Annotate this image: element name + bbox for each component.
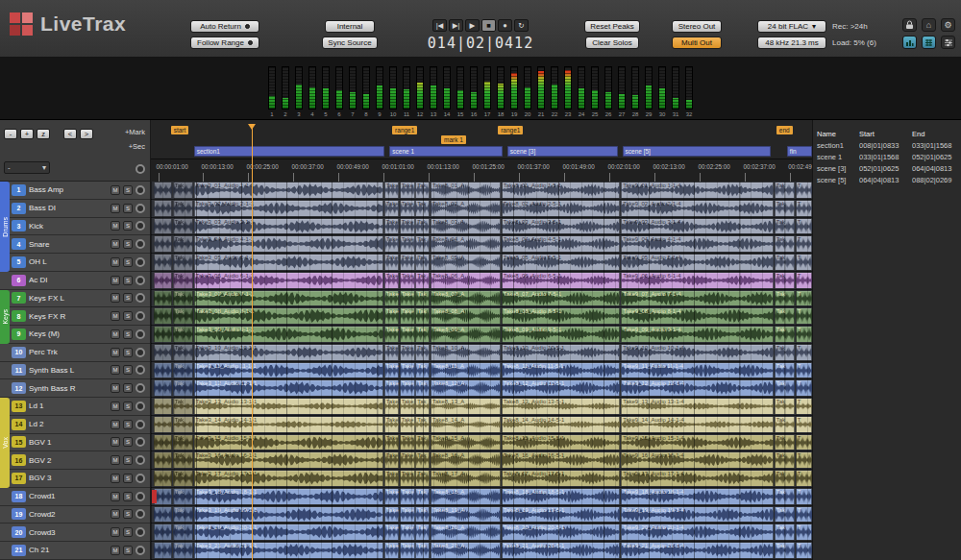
record-arm-button[interactable] (136, 383, 145, 393)
timeline-marker[interactable]: start (171, 126, 189, 134)
audio-region[interactable]: Take3 (384, 399, 399, 414)
audio-region[interactable]: Tak (173, 201, 193, 216)
audio-region[interactable]: Take8_04_A (431, 236, 501, 252)
global-record-indicator[interactable] (136, 164, 145, 174)
mute-button[interactable]: M (111, 239, 120, 249)
sync-source-button[interactable]: Sync Source (322, 37, 378, 49)
audio-region[interactable]: Tak (415, 489, 430, 504)
track-row[interactable]: 1Bass AmpMS (0, 182, 150, 200)
audio-region[interactable]: Take3_13_Audio 13-1-1 (194, 399, 383, 414)
play-icon[interactable]: ▶ (465, 19, 480, 32)
marker-name[interactable]: scene [3] (817, 164, 859, 173)
audio-region[interactable]: Take3 (384, 327, 399, 342)
solo-button[interactable]: S (123, 527, 133, 537)
section-bar[interactable]: fin (787, 146, 812, 157)
track-lane[interactable]: TakTake3_03_Audio 3-1-1Take3TakeTakTake8… (151, 218, 812, 236)
audio-region[interactable]: Tak (775, 452, 795, 468)
audio-region[interactable]: Tak (415, 524, 430, 540)
audio-region[interactable]: Take (400, 201, 415, 216)
audio-region[interactable] (154, 543, 172, 558)
audio-region[interactable]: Take3 (384, 471, 399, 486)
audio-region[interactable]: Tak (415, 507, 430, 523)
loop-icon[interactable]: ↻ (514, 19, 529, 32)
home-icon[interactable]: ⌂ (922, 18, 936, 32)
record-arm-button[interactable] (136, 509, 145, 519)
track-row[interactable]: 20Crowd3MS (0, 523, 150, 542)
audio-region[interactable]: Tak (415, 308, 430, 324)
audio-region[interactable] (154, 201, 172, 216)
mute-button[interactable]: M (111, 185, 120, 195)
audio-region[interactable]: Take (400, 435, 415, 450)
section-bar[interactable]: scene 1 (389, 146, 503, 157)
audio-region[interactable]: Take (400, 452, 415, 468)
audio-region[interactable]: Tak (173, 435, 193, 450)
audio-region[interactable]: Tak (173, 524, 193, 540)
record-arm-button[interactable] (136, 329, 145, 339)
audio-region[interactable]: Tak (775, 183, 795, 198)
audio-region[interactable]: T (796, 308, 812, 324)
solo-button[interactable]: S (123, 492, 133, 501)
track-filter-select[interactable]: - ▾ (4, 161, 50, 174)
audio-region[interactable]: Take3_05_Audio 5-1-1 (194, 255, 383, 270)
audio-region[interactable]: Tak (775, 345, 795, 360)
audio-region[interactable] (154, 435, 172, 450)
audio-region[interactable]: Tak (173, 255, 193, 270)
audio-region[interactable]: Tak (415, 183, 430, 198)
track-lane[interactable]: TakTake3_21_Audio 21-1-1Take3TakeTakTake… (151, 542, 812, 560)
mute-button[interactable]: M (111, 348, 120, 357)
audio-region[interactable]: Tak (775, 380, 795, 396)
record-arm-button[interactable] (136, 420, 145, 429)
time-ruler[interactable]: 00:00:01:0000:00:13:0000:00:25:0000:00:3… (151, 158, 812, 182)
audio-region[interactable]: Take8_16_Audio 16-5-1 (502, 452, 621, 468)
solo-button[interactable]: S (123, 221, 133, 231)
audio-region[interactable] (154, 273, 172, 288)
solo-button[interactable]: S (123, 509, 133, 519)
audio-region[interactable]: Take8_18_A (431, 489, 501, 504)
audio-region[interactable]: T (796, 452, 812, 468)
audio-region[interactable]: Tak (775, 327, 795, 342)
mixer-sliders-icon[interactable] (941, 36, 955, 49)
audio-region[interactable]: Take8_14_A (431, 417, 501, 432)
audio-region[interactable]: Tak (775, 201, 795, 216)
audio-region[interactable]: Tak (415, 399, 430, 414)
record-arm-button[interactable] (136, 474, 145, 483)
audio-region[interactable]: Take3_12_Audio 12-1-1 (194, 380, 383, 396)
section-bar[interactable]: section1 (194, 146, 384, 157)
track-lane[interactable]: TakTake3_18_Audio 18-1-1Take3TakeTakTake… (151, 488, 812, 506)
audio-region[interactable]: Tak (415, 380, 430, 396)
solo-button[interactable]: S (123, 348, 133, 357)
audio-region[interactable]: Take8_07_Audio 7-5-1 (502, 291, 621, 306)
track-row[interactable]: 2Bass DIMS (0, 200, 150, 218)
audio-region[interactable]: Take8_02_A (431, 201, 501, 216)
audio-region[interactable]: Take9_06_Audio 6-1-4 (621, 273, 774, 288)
audio-region[interactable]: Take8_03_A (431, 219, 501, 234)
internal-button[interactable]: Internal (325, 20, 375, 33)
solo-button[interactable]: S (123, 204, 133, 213)
audio-region[interactable]: Take (400, 524, 415, 540)
audio-region[interactable]: Take3 (384, 489, 399, 504)
mute-button[interactable]: M (111, 437, 120, 447)
audio-region[interactable]: Take8_10_Audio 10-5-1 (502, 345, 621, 360)
track-row[interactable]: 6Ac DIMS (0, 272, 150, 290)
audio-region[interactable]: Take8_15_Audio 15-5-1 (502, 435, 621, 450)
audio-region[interactable]: Take3_07_Audio 7-1-1 (194, 291, 383, 306)
audio-region[interactable]: T (796, 236, 812, 252)
solo-button[interactable]: S (123, 437, 133, 447)
audio-region[interactable]: Take3_14_Audio 14-1-1 (194, 417, 383, 432)
audio-region[interactable]: Take3 (384, 363, 399, 378)
audio-region[interactable]: Take8_20_Audio 20-5-1 (502, 524, 621, 540)
mute-button[interactable]: M (111, 527, 120, 537)
record-arm-button[interactable] (136, 185, 145, 195)
audio-region[interactable]: Take8_20_A (431, 524, 501, 540)
audio-region[interactable]: Take (400, 543, 415, 558)
audio-region[interactable]: Take3_18_Audio 18-1-1 (194, 489, 383, 504)
audio-region[interactable]: Take (400, 507, 415, 523)
stop-icon[interactable]: ■ (481, 19, 496, 32)
stereo-out-button[interactable]: Stereo Out (672, 20, 722, 33)
audio-region[interactable] (154, 399, 172, 414)
audio-region[interactable]: Take9_09_Audio 9-1-4 (621, 327, 774, 342)
audio-region[interactable]: T (796, 524, 812, 540)
audio-region[interactable]: Take8_01_Audio 1-5-1 (502, 183, 621, 198)
goto-start-icon[interactable]: |◀ (432, 19, 447, 32)
mute-button[interactable]: M (111, 383, 120, 393)
